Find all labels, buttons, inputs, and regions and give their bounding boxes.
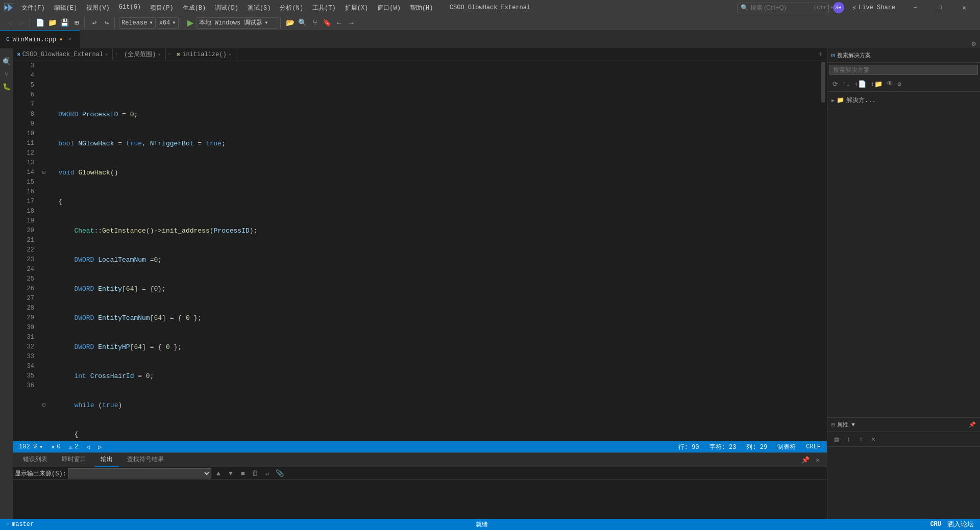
- prop-delete-button[interactable]: ✕: [868, 434, 878, 444]
- minimize-button[interactable]: −: [903, 0, 927, 15]
- output-pin-button[interactable]: 📌: [800, 455, 811, 465]
- context-scope[interactable]: (全局范围) ▾: [120, 48, 165, 60]
- tab-output[interactable]: 输出: [94, 453, 119, 467]
- scroll-thumb[interactable]: [821, 62, 825, 103]
- close-button[interactable]: ✕: [952, 0, 976, 15]
- menu-edit[interactable]: 编辑(E): [50, 3, 82, 13]
- row-status[interactable]: 行: 90: [676, 443, 701, 451]
- zoom-status[interactable]: 102 % ▾: [17, 443, 45, 451]
- vertical-scrollbar[interactable]: [820, 61, 827, 441]
- se-settings-button[interactable]: ⚙: [896, 79, 902, 89]
- code-line-10: DWORD Entity[64] = {0};: [42, 284, 820, 294]
- code-line-15: {: [42, 430, 820, 439]
- context-project-label: CSGO_GlowHack_External: [22, 51, 103, 58]
- forward-button[interactable]: ▷: [16, 17, 28, 29]
- tab-winmain[interactable]: C WinMain.cpp ● ×: [0, 30, 80, 48]
- menu-view[interactable]: 视图(V): [82, 3, 114, 13]
- debugger-dropdown[interactable]: 本地 Windows 调试器 ▾: [197, 17, 278, 29]
- save-button[interactable]: 💾: [59, 17, 70, 29]
- menu-window[interactable]: 窗口(W): [373, 3, 405, 13]
- back-button[interactable]: ◁: [4, 17, 15, 29]
- prop-new-button[interactable]: +: [856, 434, 866, 444]
- position-status[interactable]: 列: 29: [744, 443, 769, 451]
- context-project[interactable]: ⊡ CSGO_GlowHack_External ▾: [13, 48, 113, 60]
- tab-immediate-window[interactable]: 即时窗口: [56, 453, 92, 467]
- se-sync-button[interactable]: ⟳: [831, 79, 839, 89]
- add-file-button[interactable]: +: [814, 50, 827, 59]
- new-file-button[interactable]: 📄: [34, 17, 45, 29]
- se-show-all-button[interactable]: 👁: [886, 79, 894, 89]
- menu-debug[interactable]: 调试(D): [211, 3, 242, 13]
- output-tb-wrap[interactable]: ↵: [262, 468, 273, 478]
- context-member[interactable]: ⊡ initialize() ▾: [173, 48, 236, 60]
- se-collapse-button[interactable]: ↑↓: [841, 79, 851, 89]
- tab-error-list[interactable]: 错误列表: [17, 453, 54, 467]
- title-search-box[interactable]: 🔍 (Ctrl+Q): [737, 3, 829, 13]
- col-status[interactable]: 字符: 23: [707, 443, 739, 451]
- output-tb-pin[interactable]: 📎: [275, 468, 285, 478]
- bookmark-button[interactable]: 🔖: [322, 17, 333, 29]
- se-new-file-button[interactable]: +📄: [853, 79, 868, 89]
- nav-next-status[interactable]: ▷: [96, 443, 104, 451]
- warnings-status[interactable]: ⚠ 2: [67, 443, 80, 451]
- line-num-26: 26: [13, 284, 34, 294]
- git-button[interactable]: ⑂: [309, 17, 321, 29]
- solution-explorer-header: ⊡ 搜索解决方案: [827, 48, 980, 63]
- git-branch-status[interactable]: ⑂ master: [4, 521, 36, 528]
- menu-git[interactable]: Git(G): [115, 3, 145, 13]
- activity-debug[interactable]: 🐛: [2, 82, 12, 92]
- prop-categorized-button[interactable]: ▤: [831, 434, 842, 444]
- platform-dropdown[interactable]: x64 ▾: [157, 17, 179, 29]
- menu-analyze[interactable]: 分析(N): [276, 3, 307, 13]
- zoom-label: 102 %: [19, 443, 37, 450]
- code-content[interactable]: DWORD ProcessID = 0; bool NGlowHack = tr…: [38, 61, 820, 441]
- se-search-input[interactable]: [829, 65, 978, 75]
- line-ending-status[interactable]: CRLF: [804, 443, 823, 450]
- output-tb-down[interactable]: ▼: [226, 468, 236, 478]
- title-search-input[interactable]: [750, 4, 812, 11]
- menu-build[interactable]: 生成(B): [179, 3, 210, 13]
- tab-close-button[interactable]: ×: [65, 35, 74, 43]
- context-scope-label: (全局范围): [124, 50, 156, 59]
- menu-tools[interactable]: 工具(T): [308, 3, 340, 13]
- open-file-button[interactable]: 📁: [46, 17, 58, 29]
- menu-file[interactable]: 文件(F): [17, 3, 49, 13]
- nav-prev-status[interactable]: ◁: [84, 443, 92, 451]
- activity-search[interactable]: 🔍: [2, 57, 12, 67]
- output-tb-stop[interactable]: ■: [238, 468, 248, 478]
- nav-next-button[interactable]: →: [346, 17, 357, 29]
- config-dropdown-arrow: ▾: [149, 19, 153, 27]
- menu-test[interactable]: 测试(S): [243, 3, 275, 13]
- line-num-14: 14: [13, 168, 34, 178]
- maximize-button[interactable]: □: [928, 0, 951, 15]
- output-tb-up[interactable]: ▲: [213, 468, 224, 478]
- folder-open-button[interactable]: 📂: [285, 17, 296, 29]
- context-dropdown-arrow: ▾: [105, 52, 108, 58]
- activity-explorer[interactable]: 探: [2, 51, 11, 55]
- menu-extensions[interactable]: 扩展(X): [341, 3, 373, 13]
- undo-button[interactable]: ↩: [89, 17, 100, 29]
- errors-status[interactable]: ✕ 0: [49, 443, 62, 451]
- menu-project[interactable]: 项目(P): [146, 3, 178, 13]
- menu-help[interactable]: 帮助(H): [406, 3, 437, 13]
- output-close-button[interactable]: ✕: [813, 455, 823, 465]
- user-avatar[interactable]: SH: [833, 2, 844, 13]
- se-solution-label[interactable]: 解决方...: [846, 96, 876, 105]
- run-button[interactable]: ▶: [185, 18, 195, 28]
- live-share-button[interactable]: ⚡ Live Share: [848, 3, 899, 13]
- save-all-button[interactable]: ⊞: [71, 17, 82, 29]
- output-tb-clear[interactable]: 🗑: [250, 468, 260, 478]
- line-num-23: 23: [13, 255, 34, 265]
- redo-button[interactable]: ↪: [101, 17, 112, 29]
- nav-prev-button[interactable]: ←: [334, 17, 345, 29]
- prop-alphabetical-button[interactable]: ↕: [844, 434, 854, 444]
- configuration-dropdown[interactable]: Release ▾: [119, 17, 156, 29]
- encoding-status[interactable]: 制表符: [775, 443, 798, 451]
- output-source-select[interactable]: [68, 468, 211, 478]
- activity-git[interactable]: ⑂: [2, 69, 12, 80]
- zoom-arrow: ▾: [39, 443, 43, 451]
- se-new-folder-button[interactable]: +📁: [869, 79, 884, 89]
- tab-settings-icon[interactable]: ⚙: [972, 39, 976, 48]
- tab-find-symbols[interactable]: 查找符号结果: [121, 453, 170, 467]
- search-files-button[interactable]: 🔍: [297, 17, 308, 29]
